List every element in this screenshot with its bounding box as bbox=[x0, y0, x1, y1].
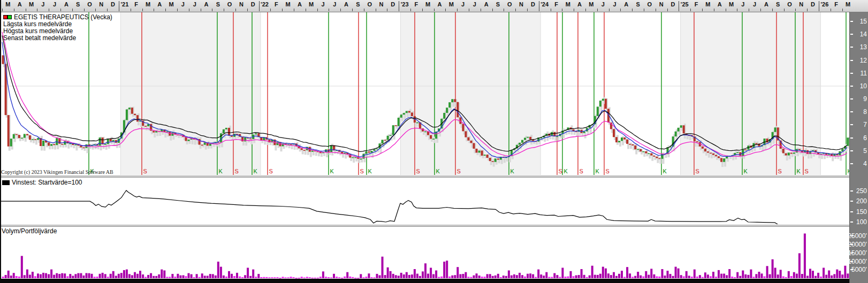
timeline-month-label: J bbox=[181, 1, 185, 7]
timeline-month-tick bbox=[457, 9, 458, 11]
sell-signal-letter: S bbox=[778, 168, 782, 174]
timeline-month-label: M bbox=[169, 1, 174, 7]
timeline-month-label: J bbox=[753, 1, 756, 7]
timeline-month-tick bbox=[37, 9, 37, 11]
candle-up bbox=[244, 137, 246, 141]
vinstest-axis-label: 100 bbox=[856, 218, 867, 226]
candle-down bbox=[249, 139, 252, 140]
candle-down bbox=[144, 126, 147, 127]
candle-down bbox=[656, 157, 658, 158]
sell-signal-letter: S bbox=[360, 168, 364, 174]
candle-up bbox=[403, 113, 405, 114]
axis-tick-mark bbox=[850, 190, 853, 192]
timeline-month-tick bbox=[329, 9, 329, 11]
panel-separator[interactable] bbox=[0, 175, 849, 178]
candle-down bbox=[476, 149, 478, 153]
timeline-month-tick bbox=[492, 9, 493, 11]
timeline-month-label: F bbox=[275, 1, 278, 7]
candle-up bbox=[392, 125, 394, 135]
timeline-month-tick bbox=[842, 9, 843, 11]
timeline-month-tick bbox=[702, 9, 703, 11]
price-axis-label: 9 bbox=[863, 95, 867, 103]
candle-up bbox=[376, 149, 378, 150]
candle-down bbox=[639, 149, 642, 152]
volume-axis-label: 20000' bbox=[848, 241, 867, 248]
timeline-month-label: D bbox=[531, 1, 535, 7]
candle-down bbox=[395, 125, 397, 126]
timeline-month-label: S bbox=[356, 1, 360, 7]
timeline-month-label: D bbox=[671, 1, 675, 7]
candle-up bbox=[354, 157, 356, 158]
timeline-month-tick bbox=[656, 9, 656, 11]
buy-signal-letter: K bbox=[797, 168, 801, 174]
candle-down bbox=[707, 151, 709, 152]
candle-down bbox=[529, 137, 531, 140]
timeline-month-label: D bbox=[251, 1, 255, 7]
sell-signal-letter: S bbox=[269, 168, 273, 174]
volume-plot[interactable] bbox=[2, 234, 849, 279]
candle-down bbox=[615, 137, 618, 142]
timeline-month-label: A bbox=[718, 1, 722, 7]
axis-tick-mark bbox=[850, 111, 853, 112]
timeline-month-tick bbox=[364, 9, 364, 11]
candle-up bbox=[736, 152, 738, 153]
axis-tick-mark bbox=[850, 137, 853, 139]
timeline-month-tick bbox=[772, 9, 773, 11]
candle-up bbox=[723, 158, 725, 162]
candle-up bbox=[527, 137, 529, 138]
candle-up bbox=[484, 155, 486, 156]
candle-down bbox=[430, 135, 432, 139]
chart-canvas[interactable]: KSKSKSKSKSKSKSKSKSKSKSKSK bbox=[0, 0, 868, 283]
candle-down bbox=[645, 151, 647, 154]
candle-up bbox=[365, 151, 367, 154]
timeline-month-tick bbox=[306, 9, 306, 11]
timeline-month-label: A bbox=[344, 1, 348, 7]
panel-separator[interactable] bbox=[0, 224, 849, 227]
vinstest-plot[interactable] bbox=[0, 190, 849, 225]
timeline-month-label: N bbox=[99, 1, 103, 7]
candle-up bbox=[126, 110, 128, 120]
candle-up bbox=[128, 108, 131, 109]
vikingen-chart-window: KSKSKSKSKSKSKSKSKSKSKSKSK MAMJJASOND'21F… bbox=[0, 0, 868, 283]
candle-down bbox=[755, 143, 757, 144]
timeline-month-label: J bbox=[741, 1, 744, 7]
timeline-month-tick bbox=[107, 9, 108, 11]
candle-up bbox=[32, 139, 34, 140]
buy-signal-letter: K bbox=[564, 168, 568, 174]
candle-up bbox=[675, 132, 677, 136]
timeline-month-label: '24 bbox=[540, 1, 549, 7]
candle-up bbox=[677, 128, 680, 132]
price-plot[interactable]: KSKSKSKSKSKSKSKSKSKSKSKSK bbox=[1, 12, 852, 175]
axis-tick-mark bbox=[850, 201, 853, 202]
timeline-month-label: F bbox=[415, 1, 418, 7]
vinstest-legend-chip-icon bbox=[2, 180, 10, 185]
timeline-month-label: '26 bbox=[820, 1, 828, 7]
candle-down bbox=[492, 161, 494, 162]
timeline-month-tick bbox=[14, 9, 14, 11]
candle-down bbox=[782, 149, 785, 153]
candle-up bbox=[637, 149, 639, 150]
timeline-month-label: M bbox=[309, 1, 314, 7]
timeline-month-tick bbox=[749, 9, 749, 11]
candle-down bbox=[134, 114, 136, 116]
axis-tick-mark bbox=[850, 86, 853, 87]
timeline-month-tick bbox=[224, 9, 224, 11]
timeline-month-label: A bbox=[624, 1, 628, 7]
candle-down bbox=[702, 147, 704, 149]
candle-down bbox=[201, 145, 203, 146]
candle-up bbox=[602, 99, 604, 101]
timeline-month-label: A bbox=[484, 1, 489, 7]
candle-up bbox=[597, 106, 599, 116]
candle-down bbox=[486, 155, 489, 158]
timeline-month-label: M bbox=[5, 1, 10, 7]
candle-up bbox=[424, 132, 427, 133]
buy-signal-letter: K bbox=[436, 168, 440, 174]
timeline-month-tick bbox=[282, 9, 283, 11]
timeline-year-separator bbox=[819, 1, 819, 11]
timeline-month-tick bbox=[737, 9, 737, 11]
timeline-month-label: M bbox=[425, 1, 430, 7]
candle-down bbox=[53, 144, 55, 145]
timeline-month-label: '21 bbox=[120, 1, 128, 7]
candle-up bbox=[112, 140, 115, 141]
buy-signal-letter: K bbox=[330, 168, 334, 174]
